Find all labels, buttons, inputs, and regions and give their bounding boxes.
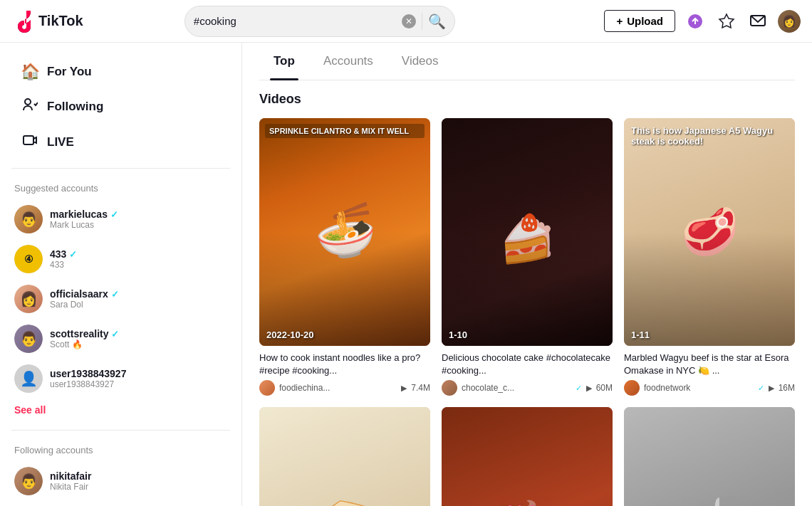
- sidebar-divider-2: [11, 430, 230, 431]
- sidebar-item-live[interactable]: LIVE: [6, 125, 236, 159]
- sidebar-divider-1: [11, 168, 230, 169]
- account-avatar-user1938843927: 👤: [14, 364, 43, 393]
- account-info-nikitafair: nikitafair Nikita Fair: [50, 470, 227, 492]
- sidebar-item-for-you[interactable]: 🏠 For You: [6, 56, 236, 88]
- search-tabs: Top Accounts Videos: [259, 43, 795, 80]
- thumb-gradient-wagyu: [624, 232, 795, 346]
- following-accounts-title: Following accounts: [0, 439, 241, 461]
- header: TikTok ✕ 🔍 + Upload: [0, 0, 812, 43]
- meta-author-noodles: foodiechina...: [279, 383, 397, 393]
- play-icon-wagyu: ▶: [769, 384, 774, 393]
- video-card-cake[interactable]: 🍰 1-10 Delicious chocolate cake #chocola…: [442, 118, 613, 396]
- following-icon: [20, 97, 40, 117]
- verified-badge-scottsreality: ✓: [111, 329, 119, 339]
- video-card-beef[interactable]: 🥪 Beefhot sandwich Beef hot sandwich rec…: [259, 407, 430, 506]
- video-meta-noodles: foodiechina... ▶ 7.4M: [259, 380, 430, 396]
- see-all-link[interactable]: See all: [0, 399, 241, 421]
- suggested-accounts-title: Suggested accounts: [0, 177, 241, 199]
- main-layout: 🏠 For You Following LIVE S: [0, 43, 812, 506]
- account-name-433: 433 ✓: [50, 248, 227, 260]
- upload-plus-icon: +: [616, 15, 623, 27]
- svg-point-3: [25, 99, 31, 105]
- live-label: LIVE: [47, 135, 74, 149]
- sidebar: 🏠 For You Following LIVE S: [0, 43, 242, 506]
- search-input[interactable]: [194, 15, 402, 27]
- video-badge-cake: 1-10: [449, 330, 467, 340]
- account-avatar-433: ④: [14, 245, 43, 273]
- meta-author-wagyu: foodnetwork: [644, 383, 754, 393]
- account-handle-officialsaarx: Sara Dol: [50, 300, 227, 310]
- verified-badge-officialsaarx: ✓: [111, 289, 119, 300]
- search-bar: ✕ 🔍: [184, 6, 455, 37]
- account-handle-433: 433: [50, 260, 227, 270]
- video-overlay-wagyu: This is how Japanese A5 Wagyu steak is c…: [631, 125, 788, 147]
- video-title-noodles: How to cook instant noodles like a pro? …: [259, 352, 430, 377]
- account-avatar-markielucas: 👨: [14, 205, 43, 233]
- verified-badge-markielucas: ✓: [110, 209, 118, 220]
- video-card-fork[interactable]: 🍴 Professional knife skills #cooking #ch…: [624, 407, 795, 506]
- video-meta-cake: chocolate_c... ✓ ▶ 60M: [442, 380, 613, 396]
- account-name-nikitafair: nikitafair: [50, 470, 227, 482]
- video-card-noodles[interactable]: 🍜 SPRINKLE CILANTRO & MIX IT WELL 2022-1…: [259, 118, 430, 396]
- following-label: Following: [47, 100, 103, 114]
- account-name-scottsreality: scottsreality ✓: [50, 328, 227, 339]
- video-card-wagyu[interactable]: 🥩 This is how Japanese A5 Wagyu steak is…: [624, 118, 795, 396]
- account-handle-scottsreality: Scott 🔥: [50, 339, 227, 349]
- account-avatar-nikitafair: 👨: [14, 467, 43, 495]
- account-name-officialsaarx: officialsaarx ✓: [50, 288, 227, 300]
- search-icon: 🔍: [428, 14, 446, 29]
- suggested-account-officialsaarx[interactable]: 👩 officialsaarx ✓ Sara Dol: [0, 279, 241, 319]
- search-divider: [422, 13, 422, 30]
- video-title-wagyu: Marbled Wagyu beef is the star at Esora …: [624, 352, 795, 377]
- inbox-icon[interactable]: [684, 10, 707, 33]
- videos-grid: 🍜 SPRINKLE CILANTRO & MIX IT WELL 2022-1…: [259, 118, 795, 506]
- video-card-chicken[interactable]: 🍲 ChickenPaprikash Chicken Paprikash rec…: [442, 407, 613, 506]
- account-name-user1938843927: user1938843927: [50, 368, 227, 379]
- video-meta-wagyu: foodnetwork ✓ ▶ 16M: [624, 380, 795, 396]
- play-icon-noodles: ▶: [401, 384, 407, 393]
- following-account-nikitafair[interactable]: 👨 nikitafair Nikita Fair: [0, 461, 241, 501]
- tiktok-logo-icon: [11, 10, 34, 33]
- suggested-account-markielucas[interactable]: 👨 markielucas ✓ Mark Lucas: [0, 199, 241, 239]
- tab-top[interactable]: Top: [259, 43, 309, 80]
- content-area: Top Accounts Videos Videos 🍜 SPRINKLE CI…: [242, 43, 812, 506]
- account-info-scottsreality: scottsreality ✓ Scott 🔥: [50, 328, 227, 349]
- messages-icon[interactable]: [746, 10, 769, 33]
- user-avatar[interactable]: 👩: [778, 10, 801, 33]
- account-handle-markielucas: Mark Lucas: [50, 220, 227, 230]
- suggested-account-433[interactable]: ④ 433 ✓ 433: [0, 239, 241, 279]
- suggested-account-scottsreality[interactable]: 👨 scottsreality ✓ Scott 🔥: [0, 319, 241, 359]
- upload-button[interactable]: + Upload: [604, 10, 675, 32]
- svg-marker-1: [719, 14, 734, 28]
- for-you-label: For You: [47, 65, 92, 79]
- search-clear-button[interactable]: ✕: [402, 14, 416, 28]
- meta-author-cake: chocolate_c...: [462, 383, 571, 393]
- video-thumb-wagyu: 🥩 This is how Japanese A5 Wagyu steak is…: [624, 118, 795, 346]
- home-icon: 🏠: [20, 63, 40, 81]
- video-badge-noodles: 2022-10-20: [266, 330, 314, 340]
- 433-badge: ④: [14, 245, 43, 273]
- video-thumb-noodles: 🍜 SPRINKLE CILANTRO & MIX IT WELL 2022-1…: [259, 118, 430, 346]
- video-thumb-chicken: 🍲 ChickenPaprikash: [442, 407, 613, 506]
- video-badge-wagyu: 1-11: [631, 330, 650, 340]
- sidebar-item-following[interactable]: Following: [6, 90, 236, 124]
- video-thumb-fork: 🍴: [624, 407, 795, 506]
- verified-cake: ✓: [576, 384, 582, 393]
- view-count-wagyu: 16M: [779, 383, 795, 393]
- videos-section-label: Videos: [259, 92, 795, 107]
- account-info-user1938843927: user1938843927 user1938843927: [50, 368, 227, 389]
- account-handle-user1938843927: user1938843927: [50, 379, 227, 389]
- suggested-account-user1938843927[interactable]: 👤 user1938843927 user1938843927: [0, 359, 241, 399]
- search-submit-button[interactable]: 🔍: [428, 13, 446, 30]
- tab-videos[interactable]: Videos: [387, 43, 453, 80]
- view-count-cake: 60M: [596, 383, 613, 393]
- account-info-officialsaarx: officialsaarx ✓ Sara Dol: [50, 288, 227, 310]
- account-avatar-scottsreality: 👨: [14, 325, 43, 353]
- meta-avatar-cake: [442, 380, 457, 396]
- tab-accounts[interactable]: Accounts: [309, 43, 387, 80]
- cart-icon[interactable]: [715, 10, 738, 33]
- logo[interactable]: TikTok: [11, 10, 104, 33]
- video-thumb-cake: 🍰 1-10: [442, 118, 613, 346]
- meta-avatar-wagyu: [624, 380, 640, 396]
- account-info-433: 433 ✓ 433: [50, 248, 227, 270]
